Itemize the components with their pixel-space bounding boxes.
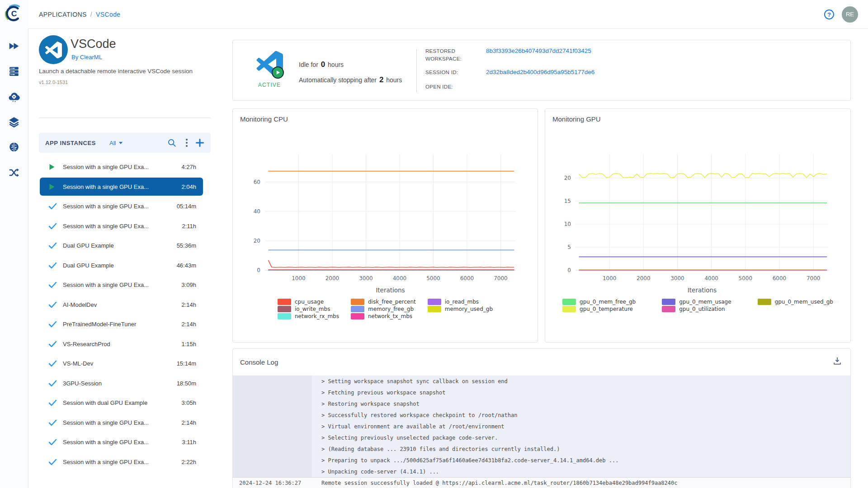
session-id-row: SESSION ID: 2d32ba8ded2b400d96d95a95b517… (425, 69, 594, 76)
breadcrumb-applications[interactable]: APPLICATIONS (39, 11, 87, 18)
idle-info: Idle for 0 hours Automatically stopping … (299, 60, 402, 91)
autostop-suffix: hours (386, 76, 402, 84)
completed-check-icon (49, 459, 57, 465)
completed-check-icon (49, 223, 57, 229)
idle-prefix: Idle for (299, 61, 318, 68)
layers-icon[interactable] (8, 116, 20, 128)
x-tick-label: 1000 (603, 275, 617, 282)
instance-row[interactable]: Session with a single GPU Exa...2:04h (40, 178, 203, 196)
y-tick-label: 0 (257, 267, 260, 273)
page-title: VSCode (71, 37, 116, 51)
instance-label: Session with a single GPU Exa... (63, 223, 149, 230)
log-timestamp: 2024-12-24 16:36:27 (233, 480, 312, 486)
running-badge-icon (272, 66, 284, 79)
x-tick-label: 1000 (292, 275, 306, 282)
instances-filter-value: All (109, 140, 116, 146)
instance-row[interactable]: Session with a single GPU Exa...2:22h (40, 453, 203, 471)
log-message: > Restoring workspace snapshot (312, 401, 420, 407)
add-instance-button[interactable] (195, 138, 204, 147)
instance-duration: 46:43m (177, 262, 196, 269)
cpu-monitoring-card: Monitoring CPU cpu_usagedisk_free_percen… (232, 108, 538, 343)
restored-workspace-label: RESTORED WORKSPACE: (425, 47, 480, 62)
left-nav-rail: C (0, 0, 28, 488)
instance-row[interactable]: 3GPU-Session18:50m (40, 374, 203, 392)
monitoring-gpu-plot: 051015201000200030004000500060007000Iter… (545, 109, 850, 342)
log-message: > (Reading database ... 23910 files and … (312, 446, 560, 452)
series-cpu_usage (268, 260, 514, 267)
console-log-line: 2024-12-24 16:36:27Remote session succes… (233, 477, 850, 488)
instance-row[interactable]: VS-ML-Dev15:14m (40, 355, 203, 373)
instances-filter-dropdown[interactable]: All (109, 140, 122, 146)
app-version: v1.12.0-1531 (39, 80, 68, 85)
completed-check-icon (49, 243, 57, 249)
log-message: > Successfully restored workspace checkp… (312, 412, 517, 418)
instance-duration: 2:14h (181, 321, 196, 328)
console-log-line: > Unpacking code-server (4.14.1) ... (233, 466, 850, 477)
y-tick-label: 20 (564, 175, 571, 181)
idle-hours-value: 0 (320, 60, 326, 69)
console-log-line: > Selecting previously unselected packag… (233, 432, 850, 443)
download-log-icon[interactable] (832, 356, 842, 368)
x-tick-label: 4000 (704, 275, 718, 282)
workflow-icon[interactable] (8, 167, 20, 178)
clearml-logo[interactable]: C (4, 4, 24, 23)
chevron-down-icon (119, 142, 123, 144)
instance-row[interactable]: PreTrainedModel-FineTuner2:14h (40, 315, 203, 333)
cloud-apps-icon[interactable] (8, 91, 20, 103)
instance-row[interactable]: Session with a single GPU Exa...2:14h (40, 413, 203, 432)
instance-label: VS-ResearchProd (63, 341, 110, 347)
instance-row[interactable]: Session with a single GPU Exa...3:11h (40, 433, 203, 451)
instance-duration: 3:11h (182, 439, 196, 446)
autostop-line: Automatically stopping after 2 hours (299, 75, 402, 84)
x-tick-label: 3000 (359, 275, 373, 282)
top-header: APPLICATIONS / VSCode ? RE (28, 0, 868, 29)
instance-row[interactable]: Session with a single GPU Exa...2:11h (40, 217, 203, 235)
instance-row[interactable]: Session with dual GPU Example3:05h (40, 394, 203, 412)
instance-duration: 2:22h (181, 459, 196, 465)
completed-check-icon (49, 321, 57, 327)
x-tick-label: 7000 (807, 275, 821, 282)
session-id-value[interactable]: 2d32ba8ded2b400d96d95a95b5177de6 (486, 69, 594, 76)
y-tick-label: 15 (564, 198, 571, 204)
log-message: > Selecting previously unselected packag… (312, 435, 498, 441)
completed-check-icon (49, 302, 57, 308)
console-log-line: > Virtual environment are available at /… (233, 421, 850, 432)
log-message: > Virtual environment are available at /… (312, 423, 505, 430)
search-icon[interactable] (167, 138, 176, 147)
breadcrumb-vscode[interactable]: VSCode (96, 11, 121, 18)
instance-row[interactable]: Session with a single GPU Exa...3:09h (40, 276, 203, 294)
console-log-area[interactable]: > Setting workspace snapshot sync callba… (233, 375, 850, 488)
instance-label: Dual GPU Example (63, 262, 114, 269)
fast-forward-icon[interactable] (8, 40, 20, 52)
instance-row[interactable]: AI-ModelDev2:14h (40, 296, 203, 314)
console-log-title: Console Log (240, 358, 278, 366)
servers-icon[interactable] (8, 66, 20, 77)
instance-row[interactable]: Dual GPU Example55:36m (40, 237, 203, 255)
open-ide-label: OPEN IDE: (425, 83, 480, 91)
console-log-line: > Setting workspace snapshot sync callba… (233, 375, 850, 387)
instance-duration: 2:14h (181, 419, 196, 426)
instance-row[interactable]: Session with a single GPU Exa...4:27h (40, 158, 203, 176)
clearml-logo-icon: C (4, 4, 24, 23)
instance-duration: 05:14m (177, 203, 196, 210)
y-tick-label: 40 (254, 208, 260, 215)
instance-label: 3GPU-Session (63, 380, 102, 387)
user-avatar[interactable]: RE (842, 6, 858, 23)
by-clearml-link[interactable]: By ClearML (71, 54, 102, 61)
instance-row[interactable]: Session with a single GPU Exa...05:14m (40, 197, 203, 216)
kebab-menu-icon[interactable] (185, 138, 188, 147)
vscode-logo-icon (45, 41, 62, 58)
console-log-card: Console Log > Setting workspace snapshot… (232, 348, 851, 488)
restored-workspace-value[interactable]: 8b3f3393e26b407493d7dd2741f03425 (486, 47, 591, 62)
restored-workspace-row: RESTORED WORKSPACE: 8b3f3393e26b407493d7… (425, 47, 591, 62)
completed-check-icon (49, 263, 57, 268)
status-badge: ACTIVE (242, 82, 297, 88)
session-id-label: SESSION ID: (425, 69, 480, 76)
instance-row[interactable]: VS-ResearchProd1:15h (40, 335, 203, 353)
breadcrumb: APPLICATIONS / VSCode (39, 11, 121, 18)
instance-row[interactable]: Dual GPU Example46:43m (40, 256, 203, 274)
brain-icon[interactable] (8, 141, 20, 153)
instance-label: Session with a single GPU Exa... (63, 459, 149, 465)
svg-text:C: C (11, 9, 17, 18)
help-icon[interactable]: ? (824, 9, 835, 20)
